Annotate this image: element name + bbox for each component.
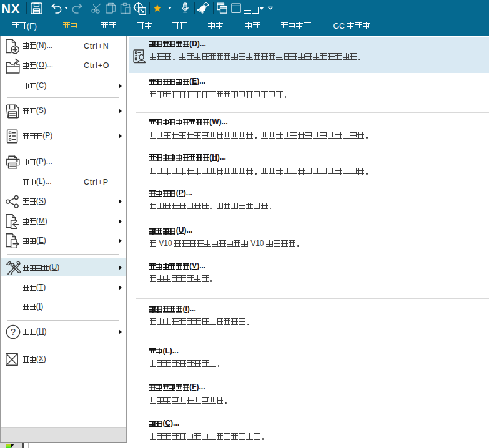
svg-text:?: ? [11, 327, 16, 337]
